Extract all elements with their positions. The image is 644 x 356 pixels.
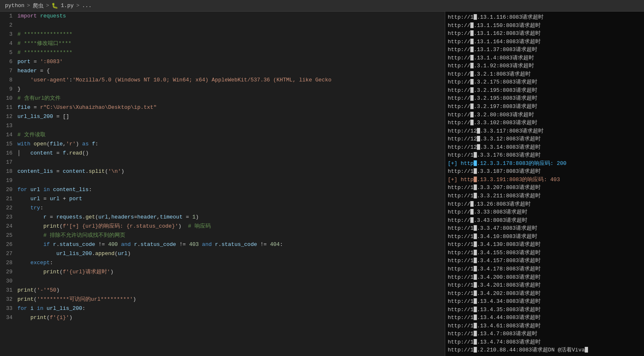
terminal-line-10: http://█.3.2.195:8083请求超时 — [448, 94, 642, 103]
terminal-line-28: http://1█.3.4.130:8083请求超时 — [448, 241, 642, 249]
terminal-line-12: http://█.3.2.80:8083请求超时 — [448, 111, 642, 119]
code-line-1: import requests — [17, 12, 442, 21]
code-line-26: if r.status_code != 400 and r.status_cod… — [17, 240, 442, 249]
editor-pane[interactable]: 1234567891011121314151617181920212223242… — [0, 12, 445, 356]
line-number-24: 24 — [3, 222, 12, 231]
breadcrumb-bug-icon: 🐛 — [51, 2, 58, 9]
code-line-6: port = ':8083' — [17, 57, 442, 66]
code-line-18: content_lis = content.split('\n') — [17, 167, 442, 176]
code-line-32: print('*********可访问的url*********') — [17, 295, 442, 304]
terminal-line-27: http://1█.3.4.10:8083请求超时 — [448, 233, 642, 241]
line-number-32: 32 — [3, 295, 12, 304]
title-bar: python > 爬虫 > 🐛 1.py > ... — [0, 0, 644, 12]
code-line-31: print('-'*50) — [17, 286, 442, 295]
breadcrumb-python: python — [5, 2, 24, 9]
line-number-33: 33 — [3, 304, 12, 313]
breadcrumb-sep1: > — [27, 2, 30, 9]
line-number-8: 8 — [3, 76, 12, 85]
terminal-line-26: http://1█.3.3.47:8083请求超时 — [448, 224, 642, 233]
line-number-14: 14 — [3, 130, 12, 140]
breadcrumb-sep2: > — [46, 2, 49, 9]
line-number-12: 12 — [3, 112, 12, 121]
code-line-30 — [17, 277, 442, 286]
line-number-26: 26 — [3, 240, 12, 249]
line-number-5: 5 — [3, 48, 12, 57]
line-number-22: 22 — [3, 204, 12, 213]
code-line-17 — [17, 158, 442, 167]
code-line-13 — [17, 121, 442, 130]
line-number-25: 25 — [3, 231, 12, 240]
line-number-27: 27 — [3, 249, 12, 258]
line-number-34: 34 — [3, 313, 12, 322]
code-line-8: 'user-agent':'Mozilla/5.0 (Windows NT 10… — [17, 76, 442, 85]
terminal-line-33: http://1█.3.4.201:8083请求超时 — [448, 281, 642, 290]
line-numbers: 1234567891011121314151617181920212223242… — [0, 12, 17, 356]
code-line-25: # 排除不允许访问或找不到的网页 — [17, 231, 442, 240]
breadcrumb-file: 1.py — [61, 2, 73, 9]
terminal-line-4: http://█.13.1.37:8083请求超时 — [448, 46, 642, 54]
terminal-pane[interactable]: http://1█.13.1.116:8083请求超时http://█.13.1… — [445, 12, 644, 356]
line-number-9: 9 — [3, 85, 12, 94]
terminal-line-1: http://█.13.1.150:8083请求超时 — [448, 22, 642, 30]
terminal-line-8: http://█.3.2.175:8083请求超时 — [448, 78, 642, 86]
line-number-6: 6 — [3, 57, 12, 66]
code-lines: import requests # ***************# ****修… — [17, 12, 445, 356]
terminal-line-11: http://█.3.2.197:8083请求超时 — [448, 103, 642, 111]
terminal-line-13: http://█.3.3.102:8083请求超时 — [448, 119, 642, 127]
line-number-30: 30 — [3, 277, 12, 286]
code-line-14: # 文件读取 — [17, 130, 442, 140]
code-area: 1234567891011121314151617181920212223242… — [0, 12, 445, 356]
terminal-line-15: http://12█.3.3.12:8083请求超时 — [448, 135, 642, 143]
code-line-5: # *************** — [17, 48, 442, 57]
code-line-7: header = { — [17, 66, 442, 76]
terminal-line-5: http://█.13.1.4:8083请求超时 — [448, 54, 642, 62]
code-line-28: except: — [17, 258, 442, 268]
terminal-line-17: http://1█.3.3.176:8083请求超时 — [448, 151, 642, 160]
code-line-23: r = requests.get(url,headers=header,time… — [17, 213, 442, 222]
terminal-line-6: http://█.3.1.92:8083请求超时 — [448, 62, 642, 70]
terminal-line-23: http://█.13.26:8083请求超时 — [448, 200, 642, 209]
terminal-line-38: http://1█.13.4.61:8083请求超时 — [448, 322, 642, 330]
code-line-9: } — [17, 85, 442, 94]
code-line-2 — [17, 21, 442, 30]
terminal-line-16: http://12█.3.3.14:8083请求超时 — [448, 143, 642, 152]
terminal-line-31: http://1█.3.4.178:8083请求超时 — [448, 265, 642, 273]
terminal-line-20: [+] http█.13.3.191:8083的响应码: 403 — [448, 176, 642, 184]
line-number-17: 17 — [3, 158, 12, 167]
code-line-34: print(f'{i}') — [17, 313, 442, 322]
terminal-line-2: http://█.13.1.162:8083请求超时 — [448, 29, 642, 38]
breadcrumb-sep3: > — [76, 2, 80, 9]
code-line-33: for i in url_lis_200: — [17, 304, 442, 313]
code-line-3: # *************** — [17, 30, 442, 39]
line-number-18: 18 — [3, 167, 12, 176]
code-line-20: for url in content_lis: — [17, 185, 442, 194]
line-number-19: 19 — [3, 176, 12, 185]
code-line-22: try: — [17, 204, 442, 213]
line-number-16: 16 — [3, 149, 12, 158]
terminal-line-41: http://1█.2.210.88.44:8083请求超DN @活着Viva█ — [448, 346, 642, 354]
terminal-line-24: http://█.3.33:8083请求超时 — [448, 208, 642, 216]
main-area: 1234567891011121314151617181920212223242… — [0, 12, 644, 356]
code-line-4: # ****修改端口**** — [17, 39, 442, 48]
terminal-line-32: http://1█.3.4.200:8083请求超时 — [448, 273, 642, 282]
line-number-11: 11 — [3, 103, 12, 112]
code-line-12: url_lis_200 = [] — [17, 112, 442, 121]
terminal-line-18: [+] http█.12.3.3.178:8083的响应码: 200 — [448, 160, 642, 168]
line-number-15: 15 — [3, 140, 12, 149]
terminal-line-9: http://█.3.2.195:8083请求超时 — [448, 86, 642, 95]
terminal-line-14: http://12█.3.3.117:8083请求超时 — [448, 127, 642, 135]
line-number-4: 4 — [3, 39, 12, 48]
breadcrumb-more: ... — [82, 2, 91, 9]
code-line-16: │ content = f.read() — [17, 149, 442, 158]
terminal-line-36: http://1█.13.4.35:8083请求超时 — [448, 306, 642, 314]
terminal-line-21: http://1█.3.3.207:8083请求超时 — [448, 184, 642, 192]
line-number-20: 20 — [3, 185, 12, 194]
code-line-29: print(f'{url}请求超时') — [17, 268, 442, 277]
line-number-31: 31 — [3, 286, 12, 295]
terminal-line-25: http://█.3.43:8083请求超时 — [448, 216, 642, 225]
code-line-27: url_lis_200.append(url) — [17, 249, 442, 258]
code-line-10: # 含有url的文件 — [17, 94, 442, 103]
terminal-line-39: http://1█.13.4.7:8083请求超时 — [448, 330, 642, 338]
line-number-28: 28 — [3, 258, 12, 268]
terminal-line-19: http://1█.3.3.187:8083请求超时 — [448, 167, 642, 176]
